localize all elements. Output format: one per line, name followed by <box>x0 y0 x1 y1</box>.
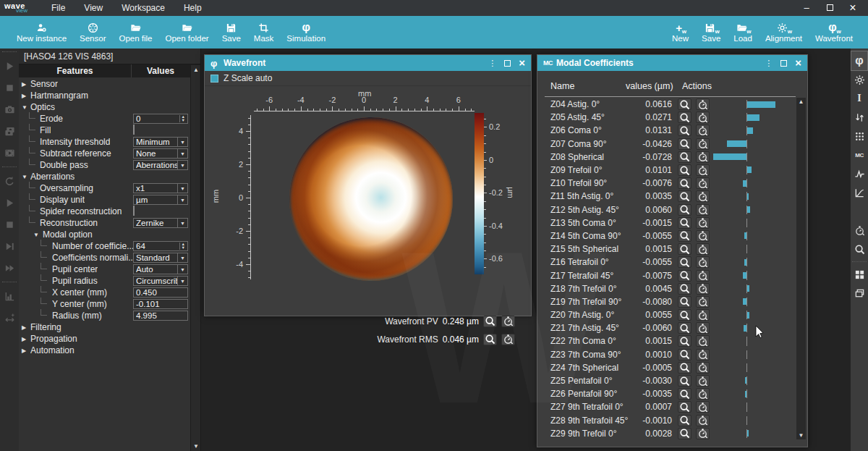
monitor-button[interactable] <box>696 138 710 150</box>
monitor-button[interactable] <box>696 362 710 374</box>
monitor-button[interactable] <box>696 335 710 347</box>
coefficient-row-z13[interactable]: Z13 5th Coma 0°-0.0015 <box>537 216 796 229</box>
values-column-header[interactable]: values (µm) <box>626 81 673 91</box>
toolbar-button-new[interactable]: +wNew <box>665 18 695 43</box>
menu-workspace[interactable]: Workspace <box>114 1 173 14</box>
inspect-button[interactable] <box>678 428 692 439</box>
monitor-button[interactable] <box>696 349 710 361</box>
value-cell[interactable] <box>133 206 188 216</box>
toolbar-button-wavefront[interactable]: φwWavefront <box>809 18 859 43</box>
wavefront-phi-icon[interactable]: φ <box>851 51 867 70</box>
camera-burst-icon[interactable] <box>0 120 19 142</box>
coefficient-row-z21[interactable]: Z21 7th Astig. 45°-0.0060 <box>537 321 796 334</box>
actions-column-header[interactable]: Actions <box>682 81 712 91</box>
histogram-icon[interactable] <box>0 285 19 307</box>
panel-menu-icon[interactable]: ⋮ <box>488 59 496 68</box>
monitor-button[interactable] <box>501 316 515 327</box>
inspect-button[interactable] <box>678 322 692 334</box>
panel-close-icon[interactable]: × <box>795 59 801 67</box>
tree-row-propagation[interactable]: ▶Propagation <box>19 333 190 345</box>
toolbar-button-load[interactable]: wLoad <box>727 18 759 43</box>
play-icon[interactable] <box>0 192 19 214</box>
monitor-button[interactable] <box>696 111 710 123</box>
tree-row-number-of-coefficie-[interactable]: Number of coefficie...64▲▼ <box>19 240 190 252</box>
tree-row-x-center-mm-[interactable]: X center (mm)0.450 <box>19 287 190 298</box>
dropdown-arrow-icon[interactable]: ▼ <box>177 138 185 146</box>
menu-help[interactable]: Help <box>176 1 210 14</box>
toolbar-button-sensor[interactable]: Sensor <box>73 18 112 43</box>
monitor-button[interactable] <box>696 256 710 268</box>
panel-menu-icon[interactable]: ⋮ <box>765 59 773 68</box>
tree-row-y-center-mm-[interactable]: Y center (mm)-0.101 <box>19 298 190 310</box>
monitor-button[interactable] <box>696 388 710 400</box>
inspect-button[interactable] <box>678 204 692 216</box>
fill-checkbox[interactable] <box>133 125 135 135</box>
toolbar-button-alignment[interactable]: wAlignment <box>759 18 809 43</box>
monitor-button[interactable] <box>696 415 710 426</box>
dropdown-arrow-icon[interactable]: ▼ <box>177 149 185 158</box>
value-cell[interactable]: x1▼ <box>133 183 188 193</box>
value-cell[interactable] <box>133 125 188 135</box>
value-cell[interactable]: Standard▼ <box>133 253 188 263</box>
stopwatch-icon[interactable] <box>851 221 867 240</box>
coefficient-row-z08[interactable]: Z08 Spherical-0.0728 <box>537 151 796 164</box>
coefficient-row-z20[interactable]: Z20 7th Astig. 0°0.0055 <box>537 308 796 321</box>
minimize-button[interactable]: – <box>799 2 814 14</box>
value-cell[interactable]: Circumscribed▼ <box>133 276 188 286</box>
x-center-mm--field[interactable]: 0.450 <box>133 287 188 298</box>
inspect-button[interactable] <box>678 98 692 110</box>
monitor-button[interactable] <box>696 204 710 216</box>
inspect-button[interactable] <box>678 230 692 242</box>
collapse-arrow-icon[interactable]: ▶ <box>22 336 26 342</box>
inspect-button[interactable] <box>678 111 692 123</box>
inspect-button[interactable] <box>678 349 692 361</box>
cascade-windows-icon[interactable] <box>851 284 867 303</box>
coefficient-row-z11[interactable]: Z11 5th Astig. 0°0.0035 <box>537 190 796 203</box>
coefficient-row-z07[interactable]: Z07 Coma 90°-0.0426 <box>537 138 796 151</box>
expand-arrow-icon[interactable]: ▼ <box>22 174 27 180</box>
panel-close-icon[interactable]: × <box>519 59 525 67</box>
inspect-button[interactable] <box>678 296 692 308</box>
coefficient-row-z23[interactable]: Z23 7th Coma 90°0.0010 <box>537 348 796 361</box>
collapse-arrow-icon[interactable]: ▶ <box>22 81 26 88</box>
inspect-button[interactable] <box>678 362 692 374</box>
coefficient-row-z14[interactable]: Z14 5th Coma 90°-0.0055 <box>537 229 796 243</box>
oversampling-field[interactable]: x1▼ <box>133 183 188 193</box>
monitor-button[interactable] <box>696 125 710 136</box>
tree-row-display-unit[interactable]: Display unitµm▼ <box>19 194 190 206</box>
inspect-button[interactable] <box>678 177 692 189</box>
menu-file[interactable]: File <box>43 1 73 14</box>
toolbar-button-open-file[interactable]: Open file <box>112 18 158 43</box>
dropdown-arrow-icon[interactable]: ▼ <box>177 195 185 204</box>
intensity-icon[interactable]: I <box>851 89 867 108</box>
maximize-button[interactable] <box>822 2 838 14</box>
number-of-coefficie--field[interactable]: 64▲▼ <box>133 241 188 251</box>
scroll-down-icon[interactable]: ▼ <box>191 443 201 450</box>
monitor-button[interactable] <box>696 401 710 413</box>
coefficient-row-z09[interactable]: Z09 Trefoil 0°0.0101 <box>537 164 796 177</box>
inspect-button[interactable] <box>678 335 692 347</box>
spinner-arrows-icon[interactable]: ▲▼ <box>179 243 185 250</box>
coefficient-row-z12[interactable]: Z12 5th Astig. 45°0.0060 <box>537 203 796 216</box>
value-cell[interactable]: 0▲▼ <box>133 114 188 124</box>
monitor-button[interactable] <box>696 98 710 110</box>
value-cell[interactable]: 0.450 <box>133 287 188 298</box>
double-pass-field[interactable]: Aberrations▼ <box>133 160 188 170</box>
tree-row-double-pass[interactable]: Double passAberrations▼ <box>19 159 190 171</box>
inspect-button[interactable] <box>678 375 692 387</box>
tree-row-modal-option[interactable]: ▼Modal option <box>19 229 190 240</box>
monitor-button[interactable] <box>696 151 710 163</box>
monitor-button[interactable] <box>696 217 710 229</box>
dropdown-arrow-icon[interactable]: ▼ <box>177 253 185 262</box>
toolbar-button-simulation[interactable]: φSimulation <box>280 18 332 43</box>
tilt-icon[interactable] <box>851 108 867 127</box>
coefficient-row-z29[interactable]: Z29 9th Trefoil 0°0.0028 <box>537 427 796 440</box>
dropdown-arrow-icon[interactable]: ▼ <box>177 277 185 285</box>
curve-icon[interactable] <box>851 183 867 202</box>
expand-arrow-icon[interactable]: ▼ <box>33 232 39 238</box>
features-scrollbar[interactable]: ▲ ▼ <box>190 65 200 451</box>
collapse-arrow-icon[interactable]: ▶ <box>22 324 26 331</box>
toolbar-button-new-instance[interactable]: New instance <box>10 18 73 43</box>
coefficients-normali--field[interactable]: Standard▼ <box>133 253 188 263</box>
value-cell[interactable]: Zernike▼ <box>133 218 188 228</box>
